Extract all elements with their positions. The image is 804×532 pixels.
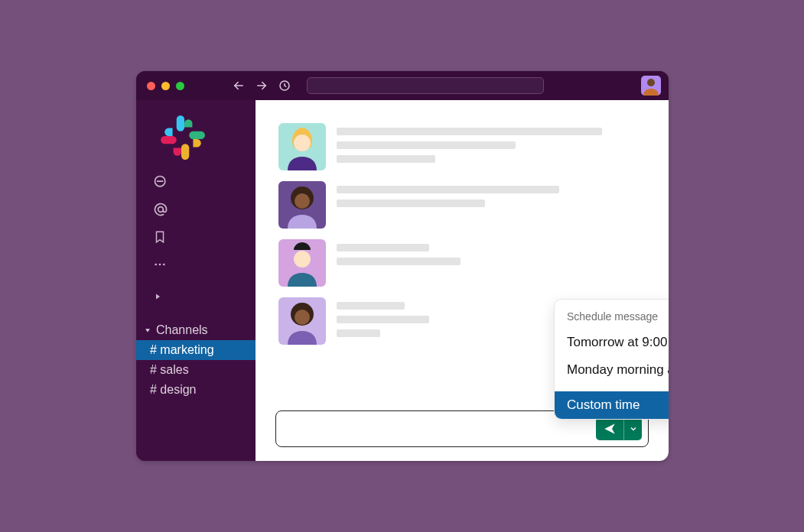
channels-section: Channels # marketing # sales # design (136, 320, 256, 400)
profile-avatar[interactable] (641, 76, 661, 96)
threads-icon[interactable] (153, 174, 170, 190)
top-bar (136, 71, 669, 100)
close-window-icon[interactable] (147, 82, 155, 90)
send-button[interactable] (596, 417, 623, 440)
schedule-option-tomorrow[interactable]: Tomorrow at 9:00 AM (555, 329, 669, 356)
message-row (278, 181, 646, 229)
channel-label: # marketing (150, 343, 214, 356)
svg-rect-5 (161, 136, 177, 144)
svg-point-11 (163, 264, 165, 266)
channel-label: # sales (150, 363, 189, 376)
bookmark-icon[interactable] (153, 229, 170, 245)
window-controls (147, 82, 184, 90)
avatar (278, 123, 326, 170)
message-row (278, 123, 646, 170)
channels-header[interactable]: Channels (136, 320, 256, 340)
app-window: Channels # marketing # sales # design (136, 71, 669, 461)
svg-point-9 (155, 264, 157, 266)
svg-rect-3 (189, 131, 205, 139)
channels-header-label: Channels (156, 323, 208, 337)
schedule-option-monday[interactable]: Monday morning at 9:00 AM (555, 356, 669, 384)
message-row (278, 239, 646, 287)
svg-point-1 (647, 79, 655, 86)
svg-point-12 (294, 135, 311, 151)
svg-rect-2 (177, 115, 184, 131)
popup-title: Schedule message (555, 310, 669, 329)
channel-marketing[interactable]: # marketing (136, 340, 256, 360)
more-icon[interactable] (153, 256, 170, 273)
message-pane: Schedule message Tomorrow at 9:00 AM Mon… (256, 100, 669, 461)
channel-label: # design (150, 383, 197, 396)
mentions-icon[interactable] (153, 201, 170, 218)
svg-point-8 (158, 207, 164, 212)
svg-point-15 (294, 251, 311, 268)
send-button-group (596, 417, 642, 440)
expand-icon[interactable] (153, 288, 170, 305)
avatar (278, 239, 326, 287)
avatar (278, 297, 326, 345)
channel-design[interactable]: # design (136, 380, 256, 400)
back-button[interactable] (232, 79, 246, 92)
send-options-button[interactable] (623, 417, 642, 440)
schedule-option-custom[interactable]: Custom time (555, 391, 669, 419)
forward-button[interactable] (255, 79, 269, 92)
svg-point-14 (295, 193, 310, 209)
channel-sales[interactable]: # sales (136, 360, 256, 380)
slack-logo-icon (159, 114, 207, 161)
sidebar: Channels # marketing # sales # design (136, 100, 256, 461)
schedule-message-popup: Schedule message Tomorrow at 9:00 AM Mon… (554, 299, 669, 420)
minimize-window-icon[interactable] (161, 82, 170, 90)
svg-point-17 (295, 310, 310, 325)
maximize-window-icon[interactable] (176, 82, 184, 90)
search-input[interactable] (307, 77, 544, 94)
avatar (278, 181, 326, 229)
history-button[interactable] (278, 79, 291, 92)
svg-point-10 (159, 264, 161, 266)
nav-controls (232, 77, 544, 94)
svg-rect-4 (181, 144, 189, 160)
